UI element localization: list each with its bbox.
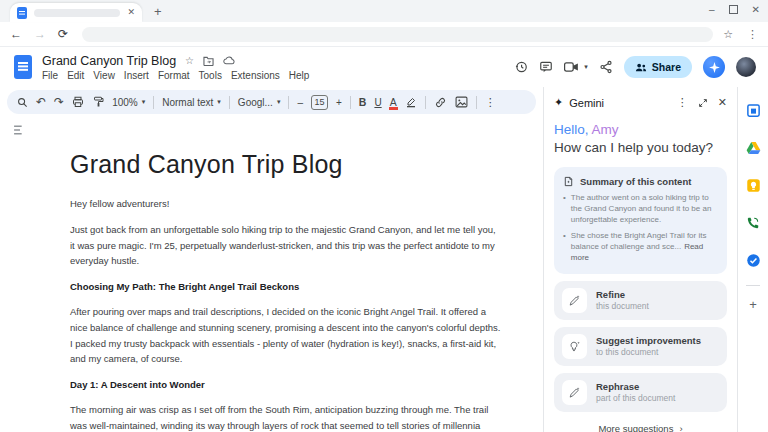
gemini-close-icon[interactable]: ✕ <box>718 96 727 109</box>
doc-paragraph: Just got back from an unforgettable solo… <box>70 222 502 269</box>
tab-close-icon[interactable]: ✕ <box>127 8 135 17</box>
rail-add-icon[interactable]: + <box>749 297 757 312</box>
lightbulb-spark-icon <box>562 334 587 359</box>
window-controls: – ✕ <box>709 4 760 15</box>
new-tab-button[interactable]: + <box>154 4 162 22</box>
document-outline-icon[interactable] <box>13 124 26 136</box>
bullet-text: She chose the Bright Angel Trail for its… <box>571 231 718 263</box>
doc-main-title: Grand Canyon Trip Blog <box>70 150 502 179</box>
gemini-panel: ✦ Gemini ⋮ ✕ Hello, Amy How can I help y… <box>543 87 737 432</box>
document-title[interactable]: Grand Canyon Trip Blog <box>42 54 176 68</box>
insert-link-icon[interactable] <box>434 96 447 109</box>
companion-rail: + <box>737 87 768 432</box>
docs-header: Grand Canyon Trip Blog ☆ FileEditViewIns… <box>0 47 768 87</box>
spark-icon <box>708 61 721 74</box>
tasks-icon[interactable] <box>746 253 761 268</box>
underline-glyph: U <box>374 97 381 108</box>
zoom-value: 100% <box>112 97 138 108</box>
calendar-icon[interactable] <box>746 103 761 118</box>
account-avatar[interactable] <box>736 57 756 77</box>
underline-button[interactable]: U <box>374 97 381 108</box>
font-size-input[interactable]: 15 <box>311 95 328 110</box>
zoom-select[interactable]: 100% ▾ <box>112 97 145 108</box>
card-subtitle: to this document <box>596 347 701 357</box>
window-minimize-button[interactable]: – <box>709 4 715 15</box>
reload-icon[interactable]: ⟳ <box>58 27 68 41</box>
document-page[interactable]: Grand Canyon Trip Blog Hey fellow advent… <box>70 150 502 432</box>
doc-paragraph: Hey fellow adventurers! <box>70 196 502 212</box>
docs-favicon-icon <box>17 7 27 19</box>
card-title: Rephrase <box>596 381 675 392</box>
insert-image-icon[interactable] <box>455 96 468 108</box>
menu-insert[interactable]: Insert <box>124 70 149 81</box>
bold-button[interactable]: B <box>359 96 367 108</box>
menu-edit[interactable]: Edit <box>67 70 84 81</box>
font-value: Googl... <box>238 97 273 108</box>
toolbar-divider <box>350 96 351 109</box>
search-menus-icon[interactable] <box>17 97 28 108</box>
document-canvas[interactable]: Grand Canyon Trip Blog Hey fellow advent… <box>0 114 543 432</box>
address-bar[interactable] <box>82 27 713 42</box>
comments-icon[interactable] <box>539 60 553 74</box>
browser-tab[interactable]: ✕ <box>10 3 142 22</box>
bullet-glyph: • <box>563 193 566 225</box>
paint-format-icon[interactable] <box>92 96 104 108</box>
font-select[interactable]: Googl... ▾ <box>238 97 281 108</box>
star-document-icon[interactable]: ☆ <box>185 56 194 66</box>
summary-bullet: •She chose the Bright Angel Trail for it… <box>563 231 718 263</box>
highlight-color-button[interactable] <box>405 96 417 108</box>
gemini-more-icon[interactable]: ⋮ <box>677 96 688 109</box>
summary-bullet: •The author went on a solo hiking trip t… <box>563 193 718 225</box>
cloud-status-icon[interactable] <box>223 56 235 65</box>
more-suggestions-label: More suggestions <box>598 423 673 432</box>
menu-tools[interactable]: Tools <box>199 70 222 81</box>
card-subtitle: this document <box>596 301 649 311</box>
gemini-card-rephrase[interactable]: Rephrasepart of this document <box>554 373 727 412</box>
version-history-icon[interactable] <box>514 60 528 74</box>
toolbar-more-icon[interactable]: ⋮ <box>485 96 496 109</box>
drive-icon[interactable] <box>746 141 761 155</box>
move-folder-icon[interactable] <box>203 56 214 66</box>
keep-icon[interactable] <box>746 178 761 193</box>
gemini-card-refine[interactable]: Refinethis document <box>554 281 727 320</box>
gemini-spark-button[interactable] <box>703 56 725 78</box>
undo-icon[interactable]: ↶ <box>36 95 46 109</box>
window-close-button[interactable]: ✕ <box>752 4 760 15</box>
meet-caret-icon[interactable]: ▾ <box>584 63 588 71</box>
summary-doc-icon <box>563 176 574 187</box>
font-caret-icon: ▾ <box>277 98 281 106</box>
menu-view[interactable]: View <box>93 70 115 81</box>
summary-card[interactable]: Summary of this content •The author went… <box>554 167 727 274</box>
text-color-button[interactable]: A <box>390 97 397 108</box>
menu-extensions[interactable]: Extensions <box>231 70 280 81</box>
card-title: Suggest improvements <box>596 335 701 346</box>
gemini-card-suggest-improvements[interactable]: Suggest improvementsto this document <box>554 327 727 366</box>
menu-format[interactable]: Format <box>158 70 190 81</box>
voice-phone-icon[interactable] <box>746 216 760 230</box>
increase-font-size-button[interactable]: + <box>336 97 342 108</box>
pen-spark-icon <box>562 288 587 313</box>
docs-logo-icon[interactable] <box>14 55 32 79</box>
menu-help[interactable]: Help <box>289 70 310 81</box>
share-connections-icon[interactable] <box>599 60 613 74</box>
gemini-expand-icon[interactable] <box>698 98 708 108</box>
redo-icon[interactable]: ↷ <box>54 95 64 109</box>
share-button[interactable]: Share <box>624 56 692 78</box>
back-icon[interactable]: ← <box>10 27 22 41</box>
more-suggestions-link[interactable]: More suggestions› <box>554 423 727 432</box>
toolbar-divider <box>288 96 289 109</box>
paragraph-style-select[interactable]: Normal text ▾ <box>162 97 221 108</box>
window-maximize-button[interactable] <box>729 5 738 14</box>
decrease-font-size-button[interactable]: – <box>297 97 303 108</box>
document-body: Hey fellow adventurers!Just got back fro… <box>70 196 502 432</box>
bookmark-star-icon[interactable]: ☆ <box>723 28 733 41</box>
gemini-spark-icon: ✦ <box>554 96 563 109</box>
browser-menu-icon[interactable]: ⋮ <box>747 28 758 41</box>
bold-glyph: B <box>359 96 367 108</box>
doc-paragraph: After pouring over maps and trail descri… <box>70 304 502 367</box>
print-icon[interactable] <box>72 96 84 108</box>
rail-divider <box>746 285 760 286</box>
meet-video-call-icon[interactable] <box>564 61 579 73</box>
menu-file[interactable]: File <box>42 70 58 81</box>
read-more-link[interactable]: Read more <box>571 242 703 262</box>
